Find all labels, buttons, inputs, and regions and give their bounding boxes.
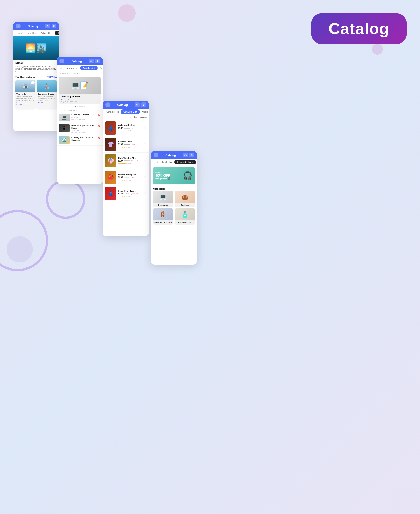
tab3-article-list[interactable]: Article List	[140, 109, 149, 115]
phone2-featured-author: John Doe	[59, 98, 101, 100]
cat-name-fashion: Fashion	[181, 203, 189, 207]
filter-icon: ⚡	[129, 116, 132, 118]
product-thumb-blouse: 👚	[105, 138, 116, 151]
dest-info-venice: Venice, Italy Venice is arguably the mos…	[15, 92, 35, 109]
story-content-2: Holistic Approach to UI Design John Doe …	[71, 124, 96, 134]
story-title-3: Guiding Your Flock to Success	[71, 136, 96, 141]
phone4-settings-icon[interactable]: ⚙	[189, 153, 194, 157]
story-thumb-2: 📱	[59, 124, 70, 132]
phone1-section-title: Top Destinations	[15, 76, 35, 78]
phone3-back-btn[interactable]: ‹	[105, 102, 110, 107]
story-item-3[interactable]: 🌊 Guiding Your Flock to Success 🔖	[57, 135, 103, 146]
phone4-back-btn[interactable]: ‹	[154, 153, 158, 157]
tab-home[interactable]: Home	[15, 30, 25, 36]
story-title-1: Learning to Reset	[71, 113, 96, 116]
phone2-settings-icon[interactable]: ⚙	[95, 59, 100, 63]
product-name-backpack: Leather Backpack	[118, 173, 142, 176]
phone2-featured-card[interactable]: 💻📝 Learning to Reset John Doe Aug 2010 |…	[59, 76, 101, 104]
story-item-1[interactable]: 💻 Learning to Reset John Doe Apr 16 | 5 …	[57, 112, 103, 123]
product-sweetheart-dress[interactable]: 👗 Sweetheart Dress $187 $220.00 (49% off…	[103, 186, 149, 202]
tab2-article-list[interactable]: Article List	[80, 66, 98, 70]
catalog-badge: Catalog	[311, 13, 407, 44]
story-bookmark-2[interactable]: 🔖	[97, 124, 101, 127]
tab4-event-list[interactable]: Event List	[196, 159, 197, 165]
fav-hwaist[interactable]: ♡	[144, 159, 147, 162]
phone2-featured-title: Learning to Reset	[59, 94, 101, 98]
product-leather-backpack[interactable]: 🎒 Leather Backpack $200 $285.00 (49% off…	[103, 169, 149, 186]
phone2-code-icon[interactable]: </>	[89, 59, 94, 63]
dest-desc-venice: Venice is arguably the most beautiful ci…	[16, 95, 34, 103]
filter-label: Filter	[133, 116, 137, 118]
product-high-waisted-skirt[interactable]: 👘 High-Waisted Skirt $187 $220.00 (49% o…	[103, 153, 149, 169]
phone4-code-icon[interactable]: </>	[183, 153, 188, 157]
phone2-back-btn[interactable]: ‹	[60, 59, 64, 63]
tab2-article-tile[interactable]: Article Tile	[98, 65, 103, 71]
dest-card-venice[interactable]: 🏛️ ♡ Venice, Italy Venice is arguably th…	[15, 80, 35, 109]
dot-5	[83, 106, 85, 107]
phone3-header: ‹ Catalog </> ⚙	[103, 101, 149, 109]
tab-travel-planner[interactable]: Travel planner	[55, 31, 59, 35]
tab2-catalog-list[interactable]: Catalog List	[64, 65, 80, 71]
tab4-article-tile[interactable]: Article Tile	[160, 159, 175, 165]
price-new-backpack: $200	[118, 176, 123, 179]
tab2-tile[interactable]: ...	[59, 65, 64, 71]
product-full-length-skirt[interactable]: 👗 Full-Length Skirt $187 $220.00 (49% of…	[103, 120, 149, 136]
fav-skirt[interactable]: ♡	[144, 127, 147, 129]
phone3-title: Catalog	[117, 103, 128, 106]
dest-price-venice: $1500	[16, 104, 34, 106]
phone1-icons: </> ⚙	[45, 24, 56, 29]
tab4-product-home[interactable]: Product Home	[174, 160, 196, 164]
tab4-list[interactable]: ...ist	[153, 159, 160, 165]
product-thumb-skirt: 👗	[105, 121, 116, 134]
stars-blouse: ★ ★ ★ ★ ★ 4/5	[118, 146, 142, 148]
product-info-dress: Sweetheart Dress $187 $220.00 (49% off) …	[118, 190, 142, 198]
story-thumb-1: 💻	[59, 113, 70, 121]
phone1-back-btn[interactable]: ‹	[16, 24, 21, 29]
phone1-dest-cards: 🏛️ ♡ Venice, Italy Venice is arguably th…	[13, 79, 59, 111]
fav-blouse[interactable]: ♡	[144, 143, 147, 146]
phone2-latest-label: LATEST STORIES	[57, 109, 103, 112]
cat-img-fashion: 👜	[175, 191, 195, 203]
price-new-blouse: $200	[118, 143, 123, 146]
story-bookmark-3[interactable]: 🔖	[97, 136, 101, 139]
cat-name-personal: Personal Care	[178, 220, 192, 225]
cat-fashion[interactable]: 👜 Fashion	[175, 191, 195, 207]
story-title-2: Holistic Approach to UI Design	[71, 124, 96, 129]
tab3-catalog-list[interactable]: Catalog List	[121, 109, 140, 114]
phone1-section-header: Top Destinations VIEW ALL	[13, 74, 59, 79]
phone1-hero-emoji: 🌅🏙️	[13, 36, 59, 60]
tab3-tile[interactable]: Catalog Tile	[105, 109, 121, 115]
phone1-settings-icon[interactable]: ⚙	[52, 24, 56, 29]
heart-venice[interactable]: ♡	[31, 81, 35, 84]
cat-home-furniture[interactable]: 🪑 Home and Furniture	[153, 209, 173, 225]
dest-info-santorini: Santorini, Greece The result of volcanic…	[37, 92, 57, 107]
cat-name-home: Home and Furniture	[154, 220, 172, 225]
fav-backpack[interactable]: ♡	[144, 176, 147, 179]
cat-img-home: 🪑	[153, 209, 173, 220]
phone1-hero-img: 🌅🏙️	[13, 36, 59, 60]
stars-hwaist: ★ ★ ★ ★ ★ 5/5	[118, 163, 142, 165]
stars-backpack: ★ ★ ★ ★ ★ 4/5	[118, 179, 142, 181]
cat-electronics[interactable]: 💻 Electronics	[153, 191, 173, 207]
filter-button[interactable]: ⚡ Filter	[129, 116, 137, 118]
price-off-blouse: (49% off)	[131, 143, 138, 145]
price-old-dress: $220.00	[124, 193, 130, 195]
product-peasant-blouse[interactable]: 👚 Peasant Blouse $200 $285.00 (49% off) …	[103, 136, 149, 153]
product-name-hwaist: High-Waisted Skirt	[118, 157, 142, 159]
story-item-2[interactable]: 📱 Holistic Approach to UI Design John Do…	[57, 123, 103, 135]
phone1-code-icon[interactable]: </>	[45, 24, 50, 29]
phone3-settings-icon[interactable]: ⚙	[141, 102, 146, 107]
dest-arrow-santorini: →	[38, 104, 56, 106]
cat-personal-care[interactable]: 🧴 Personal Care	[175, 209, 195, 225]
fav-dress[interactable]: ♡	[144, 192, 147, 195]
phone4-icons: </> ⚙	[183, 153, 194, 157]
sort-button[interactable]: ↕ Sorting	[139, 116, 147, 118]
story-bookmark-1[interactable]: 🔖	[97, 113, 101, 117]
dest-card-santorini[interactable]: ⛪ Santorini, Greece The result of volcan…	[37, 80, 57, 109]
tab-event-list[interactable]: Event List	[25, 30, 39, 36]
tab-article-card[interactable]: Article Card	[39, 30, 55, 36]
phone3-code-icon[interactable]: </>	[135, 102, 140, 107]
phone4-categories-grid: 💻 Electronics 👜 Fashion 🪑 Home and Furni…	[151, 191, 197, 226]
phone1-view-all[interactable]: VIEW ALL	[47, 76, 57, 78]
product-thumb-hwaist: 👘	[105, 154, 116, 167]
